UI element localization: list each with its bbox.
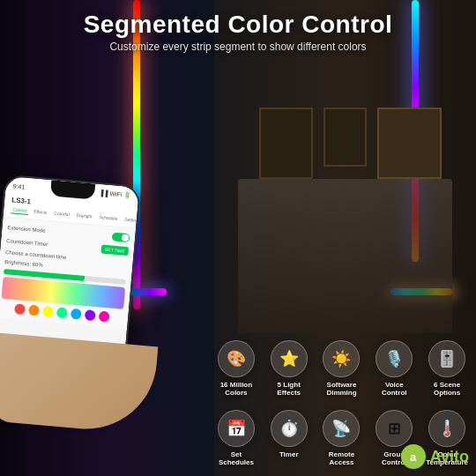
color-dot-green[interactable] [56, 307, 67, 318]
scene-options-icon: 🎚️ [428, 340, 465, 377]
remote-access-label: RemoteAccess [329, 450, 354, 467]
extension-mode-toggle[interactable] [112, 232, 130, 242]
tab-colorful[interactable]: Colorful [52, 209, 71, 219]
subtitle: Customize every strip segment to show di… [0, 41, 476, 53]
feature-timer: ⏱️ Timer [264, 405, 314, 472]
color-dot-red[interactable] [14, 303, 26, 315]
room-content [238, 95, 452, 333]
color-dot-pink[interactable] [98, 310, 109, 322]
status-time: 9:41 [12, 182, 25, 190]
software-dimming-icon: ☀️ [323, 340, 360, 377]
feature-million-colors: 🎨 16 MillionColors [212, 336, 261, 402]
countdown-label: Countdown Timer [6, 238, 48, 247]
color-temperature-icon: 🌡️ [428, 410, 465, 447]
avito-circle: a [401, 444, 426, 469]
timer-label: Timer [279, 450, 299, 459]
brightness-label: Brightness: 60% [4, 259, 43, 268]
light-effects-label: 5 LightEffects [277, 381, 301, 398]
tab-effects[interactable]: Effects [32, 207, 49, 217]
timer-icon: ⏱️ [271, 410, 308, 447]
group-control-icon: ⊞ [376, 410, 413, 447]
color-dot-purple[interactable] [84, 309, 95, 321]
tab-schedule[interactable]: Schedule [97, 213, 120, 223]
choose-time-label: Choose a countdown time [5, 249, 67, 260]
status-icons: ▐▐ WiFi 🔋 [99, 190, 131, 199]
feature-set-schedules: 📅 SetSchedules [212, 405, 261, 472]
tab-settings[interactable]: Settings [123, 215, 139, 225]
remote-access-icon: 📡 [323, 410, 360, 447]
avito-text: Avito [430, 448, 469, 466]
color-dot-yellow[interactable] [41, 306, 53, 317]
header-section: Segmented Color Control Customize every … [0, 11, 476, 53]
voice-control-icon: 🎙️ [376, 340, 413, 377]
feature-voice-control: 🎙️ VoiceControl [369, 336, 419, 402]
feature-software-dimming: ☀️ SoftwareDimming [317, 336, 367, 402]
wall-frame-2 [324, 108, 367, 167]
wall-frame-1 [259, 108, 313, 179]
set-time-button[interactable]: SET TIME [100, 244, 129, 256]
feature-scene-options: 🎚️ 6 SceneOptions [422, 336, 472, 402]
extension-mode-label: Extension Mode [7, 225, 45, 234]
feature-remote-access: 📡 RemoteAccess [317, 405, 367, 472]
feature-light-effects: ⭐ 5 LightEffects [264, 336, 314, 402]
voice-control-label: VoiceControl [382, 381, 406, 398]
color-dot-orange[interactable] [27, 305, 39, 316]
wall-frame-3 [377, 108, 442, 179]
million-colors-icon: 🎨 [218, 340, 255, 377]
set-schedules-label: SetSchedules [219, 450, 254, 467]
avito-logo: a Avito [401, 444, 469, 469]
main-title: Segmented Color Control [0, 11, 476, 39]
tab-control[interactable]: Control [11, 205, 29, 215]
phone-content: Extension Mode Countdown Timer SET TIME … [0, 218, 136, 330]
tab-daylight[interactable]: Daylight [74, 212, 94, 221]
scene-options-label: 6 SceneOptions [434, 381, 460, 398]
bed-area [238, 179, 452, 334]
million-colors-label: 16 MillionColors [220, 381, 252, 398]
light-effects-icon: ⭐ [271, 340, 308, 377]
software-dimming-label: SoftwareDimming [326, 381, 356, 398]
phone-container: 9:41 ▐▐ WiFi 🔋 LS3-1 Control Effects Col… [0, 174, 172, 400]
color-dot-blue[interactable] [70, 309, 81, 320]
set-schedules-icon: 📅 [218, 410, 255, 447]
